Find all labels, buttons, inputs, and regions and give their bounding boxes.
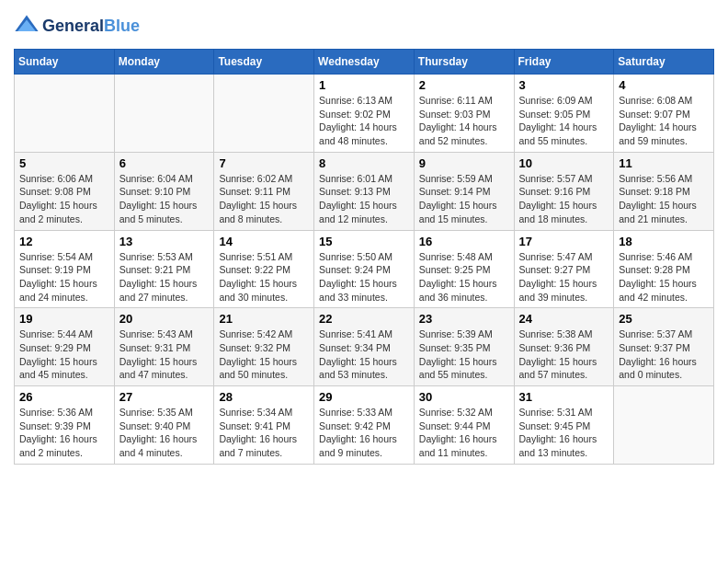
day-number: 12	[19, 235, 109, 248]
calendar-cell: 27Sunrise: 5:35 AM Sunset: 9:40 PM Dayli…	[114, 386, 214, 465]
calendar-cell: 22Sunrise: 5:41 AM Sunset: 9:34 PM Dayli…	[314, 308, 415, 386]
day-info: Sunrise: 5:46 AM Sunset: 9:28 PM Dayligh…	[619, 250, 709, 304]
day-number: 10	[519, 156, 609, 170]
day-number: 22	[319, 312, 409, 326]
week-row-4: 19Sunrise: 5:44 AM Sunset: 9:29 PM Dayli…	[15, 308, 714, 386]
day-info: Sunrise: 5:35 AM Sunset: 9:40 PM Dayligh…	[119, 406, 210, 460]
weekday-sunday: Sunday	[15, 50, 115, 75]
calendar-cell: 1Sunrise: 6:13 AM Sunset: 9:02 PM Daylig…	[314, 75, 415, 153]
day-info: Sunrise: 6:09 AM Sunset: 9:05 PM Dayligh…	[519, 94, 609, 148]
day-info: Sunrise: 5:39 AM Sunset: 9:35 PM Dayligh…	[419, 327, 509, 382]
day-number: 24	[519, 312, 609, 326]
day-number: 3	[519, 78, 609, 92]
calendar-cell: 23Sunrise: 5:39 AM Sunset: 9:35 PM Dayli…	[414, 308, 514, 386]
calendar-cell: 7Sunrise: 6:02 AM Sunset: 9:11 PM Daylig…	[214, 152, 314, 230]
day-info: Sunrise: 5:41 AM Sunset: 9:34 PM Dayligh…	[319, 327, 409, 382]
day-number: 27	[119, 390, 210, 404]
day-info: Sunrise: 5:51 AM Sunset: 9:22 PM Dayligh…	[219, 250, 309, 304]
day-info: Sunrise: 5:37 AM Sunset: 9:37 PM Dayligh…	[619, 327, 709, 382]
week-row-2: 5Sunrise: 6:06 AM Sunset: 9:08 PM Daylig…	[15, 152, 714, 230]
day-info: Sunrise: 5:59 AM Sunset: 9:14 PM Dayligh…	[419, 172, 509, 226]
day-number: 23	[419, 312, 509, 326]
day-number: 16	[419, 235, 509, 248]
weekday-saturday: Saturday	[614, 50, 714, 75]
weekday-tuesday: Tuesday	[214, 50, 314, 75]
calendar-cell: 14Sunrise: 5:51 AM Sunset: 9:22 PM Dayli…	[214, 230, 314, 308]
day-info: Sunrise: 5:53 AM Sunset: 9:21 PM Dayligh…	[119, 250, 210, 304]
calendar-cell: 25Sunrise: 5:37 AM Sunset: 9:37 PM Dayli…	[614, 308, 714, 386]
calendar-cell: 13Sunrise: 5:53 AM Sunset: 9:21 PM Dayli…	[114, 230, 214, 308]
day-number: 1	[319, 78, 409, 92]
calendar-cell: 28Sunrise: 5:34 AM Sunset: 9:41 PM Dayli…	[214, 386, 314, 465]
week-row-5: 26Sunrise: 5:36 AM Sunset: 9:39 PM Dayli…	[15, 386, 714, 465]
day-info: Sunrise: 6:08 AM Sunset: 9:07 PM Dayligh…	[619, 94, 709, 148]
weekday-friday: Friday	[514, 50, 614, 75]
calendar-cell	[214, 75, 314, 153]
day-info: Sunrise: 5:48 AM Sunset: 9:25 PM Dayligh…	[419, 250, 509, 304]
page-header: GeneralBlue	[14, 14, 714, 40]
day-info: Sunrise: 5:44 AM Sunset: 9:29 PM Dayligh…	[19, 327, 109, 382]
day-info: Sunrise: 5:56 AM Sunset: 9:18 PM Dayligh…	[619, 172, 709, 226]
calendar-cell: 12Sunrise: 5:54 AM Sunset: 9:19 PM Dayli…	[15, 230, 115, 308]
calendar-cell: 17Sunrise: 5:47 AM Sunset: 9:27 PM Dayli…	[514, 230, 614, 308]
day-info: Sunrise: 5:38 AM Sunset: 9:36 PM Dayligh…	[519, 327, 609, 382]
day-number: 25	[619, 312, 709, 326]
day-number: 17	[519, 235, 609, 248]
day-number: 29	[319, 390, 409, 404]
day-info: Sunrise: 5:32 AM Sunset: 9:44 PM Dayligh…	[419, 406, 509, 460]
calendar-cell: 29Sunrise: 5:33 AM Sunset: 9:42 PM Dayli…	[314, 386, 415, 465]
calendar-cell: 4Sunrise: 6:08 AM Sunset: 9:07 PM Daylig…	[614, 75, 714, 153]
day-number: 21	[219, 312, 309, 326]
calendar-cell	[15, 75, 115, 153]
calendar-body: 1Sunrise: 6:13 AM Sunset: 9:02 PM Daylig…	[15, 75, 714, 465]
day-number: 2	[419, 78, 509, 92]
calendar-cell: 6Sunrise: 6:04 AM Sunset: 9:10 PM Daylig…	[114, 152, 214, 230]
day-number: 9	[419, 156, 509, 170]
weekday-header-row: SundayMondayTuesdayWednesdayThursdayFrid…	[15, 50, 714, 75]
day-number: 20	[119, 312, 210, 326]
day-info: Sunrise: 6:13 AM Sunset: 9:02 PM Dayligh…	[319, 94, 409, 148]
calendar-cell: 30Sunrise: 5:32 AM Sunset: 9:44 PM Dayli…	[414, 386, 514, 465]
calendar-table: SundayMondayTuesdayWednesdayThursdayFrid…	[14, 49, 714, 465]
day-number: 14	[219, 235, 309, 248]
calendar-cell: 3Sunrise: 6:09 AM Sunset: 9:05 PM Daylig…	[514, 75, 614, 153]
day-info: Sunrise: 6:01 AM Sunset: 9:13 PM Dayligh…	[319, 172, 409, 226]
day-number: 30	[419, 390, 509, 404]
day-number: 18	[619, 235, 709, 248]
day-number: 5	[19, 156, 109, 170]
day-info: Sunrise: 5:43 AM Sunset: 9:31 PM Dayligh…	[119, 327, 210, 382]
calendar-cell	[614, 386, 714, 465]
day-number: 6	[119, 156, 210, 170]
calendar-cell: 19Sunrise: 5:44 AM Sunset: 9:29 PM Dayli…	[15, 308, 115, 386]
calendar-cell	[114, 75, 214, 153]
calendar-cell: 20Sunrise: 5:43 AM Sunset: 9:31 PM Dayli…	[114, 308, 214, 386]
logo-text: GeneralBlue	[42, 17, 140, 36]
logo: GeneralBlue	[14, 14, 140, 40]
calendar-cell: 15Sunrise: 5:50 AM Sunset: 9:24 PM Dayli…	[314, 230, 415, 308]
day-info: Sunrise: 5:54 AM Sunset: 9:19 PM Dayligh…	[19, 250, 109, 304]
day-number: 4	[619, 78, 709, 92]
day-info: Sunrise: 6:06 AM Sunset: 9:08 PM Dayligh…	[19, 172, 109, 226]
calendar-cell: 18Sunrise: 5:46 AM Sunset: 9:28 PM Dayli…	[614, 230, 714, 308]
day-info: Sunrise: 5:57 AM Sunset: 9:16 PM Dayligh…	[519, 172, 609, 226]
day-number: 28	[219, 390, 309, 404]
day-info: Sunrise: 5:50 AM Sunset: 9:24 PM Dayligh…	[319, 250, 409, 304]
day-info: Sunrise: 6:04 AM Sunset: 9:10 PM Dayligh…	[119, 172, 210, 226]
calendar-cell: 11Sunrise: 5:56 AM Sunset: 9:18 PM Dayli…	[614, 152, 714, 230]
day-number: 31	[519, 390, 609, 404]
weekday-monday: Monday	[114, 50, 214, 75]
day-number: 26	[19, 390, 109, 404]
logo-icon	[14, 12, 40, 38]
day-info: Sunrise: 5:42 AM Sunset: 9:32 PM Dayligh…	[219, 327, 309, 382]
calendar-cell: 16Sunrise: 5:48 AM Sunset: 9:25 PM Dayli…	[414, 230, 514, 308]
day-info: Sunrise: 5:33 AM Sunset: 9:42 PM Dayligh…	[319, 406, 409, 460]
day-info: Sunrise: 5:36 AM Sunset: 9:39 PM Dayligh…	[19, 406, 109, 460]
weekday-wednesday: Wednesday	[314, 50, 415, 75]
calendar-cell: 5Sunrise: 6:06 AM Sunset: 9:08 PM Daylig…	[15, 152, 115, 230]
day-number: 19	[19, 312, 109, 326]
calendar-cell: 10Sunrise: 5:57 AM Sunset: 9:16 PM Dayli…	[514, 152, 614, 230]
calendar-header: SundayMondayTuesdayWednesdayThursdayFrid…	[15, 50, 714, 75]
day-info: Sunrise: 5:34 AM Sunset: 9:41 PM Dayligh…	[219, 406, 309, 460]
calendar-cell: 9Sunrise: 5:59 AM Sunset: 9:14 PM Daylig…	[414, 152, 514, 230]
day-number: 11	[619, 156, 709, 170]
